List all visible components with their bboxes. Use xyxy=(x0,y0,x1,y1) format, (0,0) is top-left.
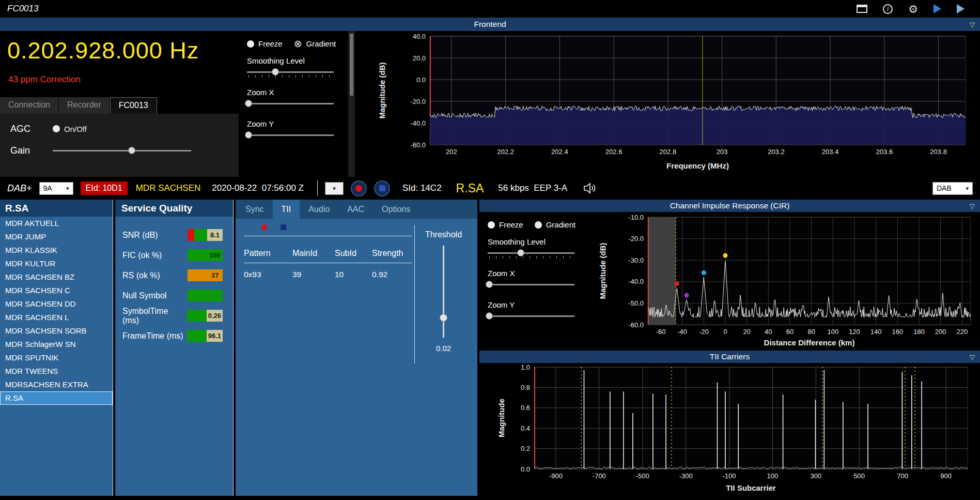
channel-select[interactable]: 9A ▾ xyxy=(39,182,73,195)
window-layout-icon[interactable] xyxy=(857,5,867,13)
service-list-item[interactable]: MDR SACHSEN BZ xyxy=(0,270,113,284)
service-list-item[interactable]: MDR SACHSEN DD xyxy=(0,297,113,311)
current-service-label: R.SA xyxy=(456,181,484,195)
freeze-radio[interactable] xyxy=(247,40,254,48)
service-list-item[interactable]: MDR TWEENS xyxy=(0,365,113,378)
settings-gear-icon[interactable]: ⚙ xyxy=(908,4,918,14)
cir-gradient-radio[interactable] xyxy=(535,221,542,229)
splitter-thumb[interactable] xyxy=(350,34,353,96)
svg-text:140: 140 xyxy=(870,328,882,336)
service-list-item[interactable]: MDR SACHSEN SORB xyxy=(0,324,113,338)
quality-metric-label: FIC (ok %) xyxy=(122,251,188,260)
gradient-radio[interactable]: ⊗ xyxy=(294,40,302,48)
stop-button[interactable] xyxy=(374,180,390,196)
frontend-tab-content: AGC On/Off Gain xyxy=(0,114,239,177)
threshold-control: Threshold 0.02 xyxy=(414,225,472,363)
mode-select[interactable]: DAB ▾ xyxy=(932,182,973,195)
info-icon[interactable]: i xyxy=(883,4,893,14)
svg-text:100: 100 xyxy=(827,328,838,336)
svg-text:0.2: 0.2 xyxy=(521,445,530,452)
service-list: MDR AKTUELLMDR JUMPMDR KLASSIKMDR KULTUR… xyxy=(0,217,113,496)
decoder-tab-sync[interactable]: Sync xyxy=(237,200,273,219)
service-list-item[interactable]: MDR KLASSIK xyxy=(0,244,113,257)
quality-value: 100 xyxy=(207,249,223,261)
service-list-item[interactable]: MDR SPUTNIK xyxy=(0,351,113,365)
cir-freeze-label: Freeze xyxy=(499,220,523,229)
decoder-tab-audio[interactable]: Audio xyxy=(300,200,338,219)
svg-text:202.2: 202.2 xyxy=(497,148,514,156)
service-list-item[interactable]: MDR AKTUELL xyxy=(0,217,113,230)
service-list-header: R.SA xyxy=(0,200,113,217)
tuner-column: 0.202.928.000 Hz 43 ppm Correction Conne… xyxy=(0,31,239,177)
channel-select-value: 9A xyxy=(43,184,52,192)
gain-slider[interactable] xyxy=(53,145,191,156)
svg-text:220: 220 xyxy=(956,328,968,336)
frontend-zoomx-slider[interactable] xyxy=(247,98,334,109)
svg-text:0.4: 0.4 xyxy=(521,425,530,432)
splitter-scrollbar[interactable] xyxy=(348,31,355,177)
quality-row: RS (ok %)37 xyxy=(122,265,223,285)
quality-bar: 100 xyxy=(188,249,223,261)
cir-smoothing-slider[interactable] xyxy=(488,247,574,259)
tii-col-header: SubId xyxy=(335,249,372,258)
ensemble-name: MDR SACHSEN xyxy=(136,183,201,193)
cir-zoomx-slider[interactable] xyxy=(488,279,574,290)
threshold-slider[interactable] xyxy=(438,246,449,338)
play-secondary-icon[interactable] xyxy=(957,4,965,13)
tii-collapse-icon[interactable]: ▽ xyxy=(970,353,975,361)
service-list-item[interactable]: MDR KULTUR xyxy=(0,257,113,270)
service-list-item[interactable]: MDR JUMP xyxy=(0,230,113,244)
tii-indicators xyxy=(244,219,412,236)
svg-text:-20.0: -20.0 xyxy=(410,98,426,105)
quality-bar-segment xyxy=(194,229,207,241)
svg-text:160: 160 xyxy=(892,328,903,336)
svg-text:Magnitude (dB): Magnitude (dB) xyxy=(378,62,386,118)
cir-title: Channel Impulse Response (CIR) xyxy=(670,201,790,210)
service-list-item[interactable]: MDRSACHSEN EXTRA xyxy=(0,378,113,391)
cir-zoomy-label: Zoom Y xyxy=(488,300,582,309)
frontend-tab-recorder[interactable]: Recorder xyxy=(59,97,110,114)
quality-bar-segment xyxy=(188,249,207,261)
decoder-tab-options[interactable]: Options xyxy=(373,200,419,219)
service-list-item[interactable]: MDR SchlagerW SN xyxy=(0,338,113,351)
frontend-zoomy-slider[interactable] xyxy=(247,129,334,141)
cir-freeze-radio[interactable] xyxy=(488,221,495,229)
quality-metric-label: SymbolTime (ms) xyxy=(122,307,187,325)
service-list-item[interactable]: R.SA xyxy=(0,391,113,405)
play-icon[interactable] xyxy=(934,4,941,13)
svg-text:900: 900 xyxy=(940,472,952,480)
svg-text:60: 60 xyxy=(786,328,794,336)
cir-zoomy-slider[interactable] xyxy=(488,310,574,322)
frontend-collapse-icon[interactable]: ▽ xyxy=(970,21,975,28)
record-button[interactable] xyxy=(351,180,367,196)
frontend-smoothing-slider[interactable] xyxy=(247,66,334,78)
spectrum-display-modes: Freeze ⊗ Gradient xyxy=(247,39,343,48)
frontend-tab-connection[interactable]: Connection xyxy=(0,97,59,114)
tii-blue-indicator-icon xyxy=(281,224,286,230)
svg-text:300: 300 xyxy=(810,472,821,480)
frontend-tab-fc0013[interactable]: FC0013 xyxy=(110,97,157,114)
quality-value: 8.1 xyxy=(207,229,223,241)
svg-text:Distance Difference (km): Distance Difference (km) xyxy=(764,338,855,347)
bitrate-label: 56 kbps EEP 3-A xyxy=(498,183,567,193)
quality-metric-label: Null Symbol xyxy=(122,291,188,300)
freeze-label: Freeze xyxy=(258,39,283,48)
agc-radio[interactable] xyxy=(53,125,60,132)
decoder-tab-tii[interactable]: TII xyxy=(273,200,300,219)
cir-collapse-icon[interactable]: ▽ xyxy=(970,202,975,210)
quality-value: 0.26 xyxy=(207,310,223,322)
separator xyxy=(317,180,318,196)
tii-table-row: 0x9339100.92 xyxy=(244,270,412,279)
zoomy-label: Zoom Y xyxy=(247,119,343,128)
svg-text:203.6: 203.6 xyxy=(876,148,893,156)
tii-col-header: MainId xyxy=(292,249,335,258)
service-list-item[interactable]: MDR SACHSEN C xyxy=(0,284,113,297)
app-window: FC0013 i ⚙ Frontend ▽ 0.202.928.000 Hz 4… xyxy=(0,0,980,500)
threshold-label: Threshold xyxy=(425,230,462,239)
record-options-dropdown[interactable]: ▾ xyxy=(325,182,344,195)
svg-text:500: 500 xyxy=(853,472,865,480)
service-list-item[interactable]: MDR SACHSEN L xyxy=(0,311,113,324)
decoder-tab-aac[interactable]: AAC xyxy=(338,200,373,219)
tii-red-indicator-icon xyxy=(261,224,267,230)
volume-icon[interactable] xyxy=(583,182,597,194)
